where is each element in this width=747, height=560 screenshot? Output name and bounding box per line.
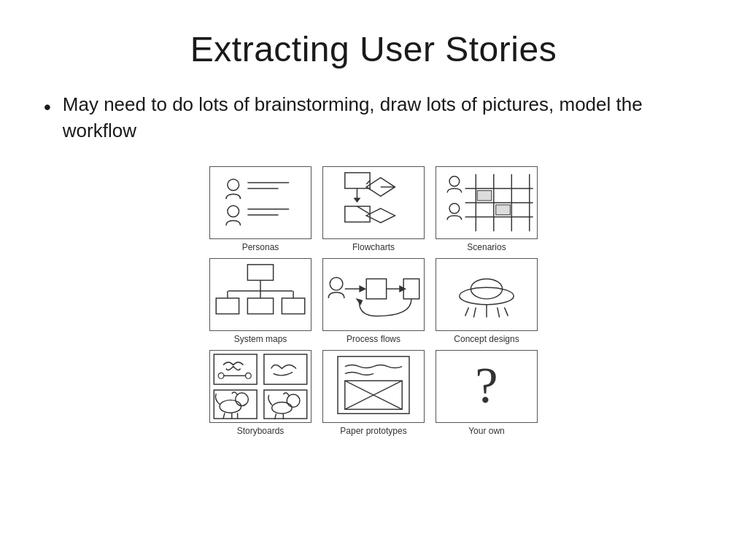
label-scenarios: Scenarios <box>467 242 506 252</box>
svg-rect-54 <box>264 354 307 384</box>
svg-point-56 <box>220 400 241 413</box>
cell-scenarios: Scenarios <box>434 166 540 252</box>
svg-point-44 <box>460 287 514 305</box>
cell-your-own: ? Your own <box>434 350 540 436</box>
svg-line-58 <box>223 413 225 419</box>
slide: Extracting User Stories • May need to do… <box>0 0 747 560</box>
label-system-maps: System maps <box>234 334 287 344</box>
svg-point-62 <box>272 402 292 413</box>
bullet-text: May need to do lots of brainstorming, dr… <box>63 91 703 144</box>
box-system-maps <box>209 258 311 331</box>
svg-rect-26 <box>247 265 273 281</box>
cell-concept-designs: Concept designs <box>434 258 540 344</box>
label-flowcharts: Flowcharts <box>352 242 395 252</box>
bullet-dot: • <box>44 93 51 121</box>
icon-system-maps <box>210 259 311 330</box>
svg-line-45 <box>465 307 469 316</box>
icon-scenarios <box>436 167 537 238</box>
cell-storyboards: Storyboards <box>208 350 314 436</box>
svg-rect-11 <box>345 206 370 222</box>
bullet-section: • May need to do lots of brainstorming, … <box>44 91 703 144</box>
svg-line-46 <box>473 307 476 317</box>
svg-marker-13 <box>366 209 395 223</box>
box-personas <box>209 166 311 239</box>
svg-point-63 <box>287 394 300 408</box>
box-storyboards <box>209 350 311 423</box>
box-your-own: ? <box>436 350 538 423</box>
box-concept-designs <box>436 258 538 331</box>
label-storyboards: Storyboards <box>237 426 285 436</box>
svg-rect-29 <box>216 298 239 314</box>
svg-marker-8 <box>354 198 361 203</box>
icon-flowcharts <box>323 167 424 238</box>
label-personas: Personas <box>242 242 279 252</box>
svg-rect-33 <box>282 298 304 314</box>
svg-rect-23 <box>477 190 492 201</box>
svg-rect-38 <box>366 279 386 298</box>
svg-point-53 <box>245 373 251 378</box>
cell-personas: Personas <box>208 166 314 252</box>
svg-line-48 <box>498 307 500 317</box>
svg-point-0 <box>228 179 239 190</box>
svg-point-43 <box>471 279 502 298</box>
svg-point-35 <box>330 277 343 290</box>
svg-text:?: ? <box>475 356 498 413</box>
box-scenarios <box>436 166 538 239</box>
icon-personas <box>210 167 311 238</box>
svg-line-14 <box>357 206 370 214</box>
svg-point-3 <box>228 206 239 217</box>
bullet-item: • May need to do lots of brainstorming, … <box>44 91 703 144</box>
svg-rect-50 <box>214 354 257 384</box>
icon-concept-designs <box>436 259 537 330</box>
svg-point-25 <box>449 203 460 214</box>
label-your-own: Your own <box>468 426 505 436</box>
svg-rect-6 <box>345 173 370 189</box>
cell-flowcharts: Flowcharts <box>321 166 427 252</box>
box-flowcharts <box>322 166 425 239</box>
svg-rect-24 <box>496 205 511 215</box>
svg-marker-37 <box>359 285 366 292</box>
cell-system-maps: System maps <box>208 258 314 344</box>
diagram-container: Personas <box>44 166 703 442</box>
svg-rect-61 <box>264 390 307 419</box>
svg-point-15 <box>449 176 460 187</box>
svg-marker-40 <box>399 285 406 292</box>
svg-point-52 <box>218 373 224 378</box>
box-paper-prototypes <box>322 350 425 423</box>
icon-storyboards <box>210 351 311 422</box>
slide-title: Extracting User Stories <box>44 29 703 69</box>
svg-rect-31 <box>247 298 273 314</box>
label-concept-designs: Concept designs <box>454 334 519 344</box>
svg-line-49 <box>505 307 508 316</box>
cell-process-flows: Process flows <box>321 258 427 344</box>
icon-paper-prototypes <box>323 351 424 422</box>
box-process-flows <box>322 258 425 331</box>
label-process-flows: Process flows <box>347 334 400 344</box>
label-paper-prototypes: Paper prototypes <box>340 426 406 436</box>
icon-your-own: ? <box>436 351 537 422</box>
cell-paper-prototypes: Paper prototypes <box>321 350 427 436</box>
diagram-grid: Personas <box>208 166 540 442</box>
icon-process-flows <box>323 259 424 330</box>
